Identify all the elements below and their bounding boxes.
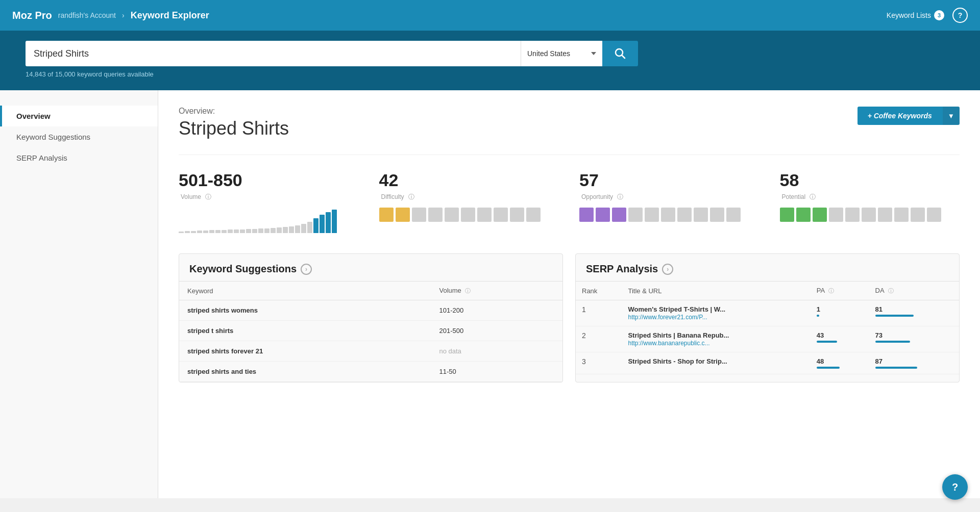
- kw-suggestions-title: Keyword Suggestions ›: [189, 263, 552, 275]
- kw-cell-volume: 11-50: [431, 362, 562, 382]
- seg-block-empty: [829, 208, 843, 222]
- kw-cell-volume: no data: [431, 341, 562, 362]
- search-section: United States United Kingdom Canada Aust…: [0, 31, 980, 90]
- serp-nav-icon[interactable]: ›: [662, 264, 673, 275]
- help-icon: ?: [958, 11, 963, 19]
- seg-block-empty: [628, 208, 643, 222]
- seg-block-filled: [579, 208, 594, 222]
- serp-cell-rank: 2: [576, 326, 622, 352]
- serp-col-da: DA ⓘ: [869, 281, 959, 300]
- opportunity-info-icon[interactable]: ⓘ: [617, 193, 623, 200]
- serp-cell-title-url: Striped Shirts | Banana Repub... http://…: [622, 326, 810, 352]
- queries-available-text: 14,843 of 15,000 keyword queries availab…: [26, 70, 954, 78]
- keyword-lists-badge: 3: [934, 10, 944, 20]
- serp-cell-pa: 43: [811, 326, 869, 352]
- serp-url-link[interactable]: http://www.forever21.com/P...: [628, 314, 707, 321]
- sidebar-overview-label: Overview: [16, 112, 51, 120]
- table-row[interactable]: striped shirts and ties 11-50: [179, 362, 562, 382]
- da-bar: [875, 315, 914, 317]
- search-input[interactable]: [26, 41, 521, 66]
- sidebar-item-overview[interactable]: Overview: [0, 106, 158, 126]
- keyword-lists-button[interactable]: Keyword Lists 3: [887, 10, 944, 20]
- seg-block-empty: [911, 208, 925, 222]
- help-fab[interactable]: ?: [942, 474, 968, 500]
- overview-actions: + Coffee Keywords ▼: [857, 107, 960, 125]
- sparkline-bar: [271, 228, 276, 233]
- seg-block-filled: [596, 208, 610, 222]
- keyword-suggestions-panel: Keyword Suggestions › Keyword Volume ⓘ: [179, 253, 563, 382]
- table-row[interactable]: 1 Women's Striped T-Shirts | W... http:/…: [576, 300, 959, 326]
- kw-suggestions-header: Keyword Suggestions ›: [179, 254, 562, 281]
- nav-account[interactable]: randfish's Account: [58, 11, 116, 19]
- opportunity-label: Opportunity ⓘ: [579, 192, 760, 201]
- nav-chevron-icon: ›: [122, 11, 125, 19]
- pa-bar: [817, 315, 819, 317]
- sidebar-item-serp-analysis[interactable]: SERP Analysis: [0, 147, 158, 168]
- table-row[interactable]: 3 Striped Shirts - Shop for Strip... 48 …: [576, 352, 959, 374]
- nav-page-title: Keyword Explorer: [131, 10, 209, 21]
- keyword-lists-label: Keyword Lists: [887, 11, 931, 19]
- kw-cell-keyword: striped shirts forever 21: [179, 341, 431, 362]
- volume-col-info-icon[interactable]: ⓘ: [465, 288, 471, 294]
- da-bar: [875, 367, 917, 369]
- sparkline-bar: [295, 225, 300, 233]
- seg-block-empty: [661, 208, 675, 222]
- country-select[interactable]: United States United Kingdom Canada Aust…: [521, 41, 602, 66]
- sparkline-bar: [326, 212, 331, 233]
- coffee-keywords-dropdown[interactable]: ▼: [942, 107, 960, 125]
- serp-cell-da: 81: [869, 300, 959, 326]
- sparkline-bar: [301, 224, 306, 233]
- overview-header: + Coffee Keywords ▼ Overview: Striped Sh…: [179, 107, 960, 155]
- seg-block-empty: [927, 208, 941, 222]
- sparkline-bar: [222, 230, 227, 233]
- table-row[interactable]: striped t shirts 201-500: [179, 321, 562, 341]
- search-icon: [615, 48, 626, 59]
- top-navigation: Moz Pro randfish's Account › Keyword Exp…: [0, 0, 980, 31]
- nav-left: Moz Pro randfish's Account › Keyword Exp…: [12, 10, 209, 21]
- bottom-panels: Keyword Suggestions › Keyword Volume ⓘ: [179, 253, 960, 382]
- kw-suggestions-nav-icon[interactable]: ›: [301, 264, 312, 275]
- pa-col-info-icon[interactable]: ⓘ: [828, 288, 834, 294]
- sparkline-bar: [215, 230, 220, 233]
- seg-block-filled: [813, 208, 827, 222]
- potential-value: 58: [780, 170, 960, 190]
- table-row[interactable]: striped shirts womens 101-200: [179, 300, 562, 321]
- seg-block-empty: [477, 208, 492, 222]
- opportunity-metric: 57 Opportunity ⓘ: [579, 170, 760, 233]
- sparkline-bar: [264, 228, 270, 233]
- difficulty-info-icon[interactable]: ⓘ: [408, 193, 414, 200]
- difficulty-label: Difficulty ⓘ: [379, 192, 559, 201]
- sparkline-bar: [252, 229, 257, 233]
- potential-bar: [780, 208, 960, 222]
- kw-col-volume: Volume ⓘ: [431, 281, 562, 300]
- da-col-info-icon[interactable]: ⓘ: [888, 288, 894, 294]
- keyword-suggestions-table: Keyword Volume ⓘ striped shirts womens 1…: [179, 281, 562, 382]
- difficulty-bar: [379, 208, 559, 222]
- pa-bar: [817, 367, 840, 369]
- sidebar-keyword-suggestions-label: Keyword Suggestions: [16, 133, 90, 141]
- sidebar: Overview Keyword Suggestions SERP Analys…: [0, 90, 158, 498]
- seg-block-empty: [526, 208, 541, 222]
- seg-block-filled: [379, 208, 394, 222]
- table-row[interactable]: 2 Striped Shirts | Banana Repub... http:…: [576, 326, 959, 352]
- serp-analysis-table: Rank Title & URL PA ⓘ DA ⓘ: [576, 281, 959, 374]
- search-button[interactable]: [602, 41, 638, 66]
- coffee-keywords-button[interactable]: + Coffee Keywords: [857, 107, 942, 125]
- seg-block-empty: [461, 208, 475, 222]
- sparkline-bar: [320, 215, 325, 233]
- volume-info-icon[interactable]: ⓘ: [205, 193, 211, 200]
- sparkline-bar: [191, 231, 196, 233]
- sidebar-item-keyword-suggestions[interactable]: Keyword Suggestions: [0, 126, 158, 147]
- pa-bar: [817, 341, 837, 343]
- serp-url-link[interactable]: http://www.bananarepublic.c...: [628, 340, 709, 347]
- kw-col-keyword: Keyword: [179, 281, 431, 300]
- help-button[interactable]: ?: [952, 8, 968, 23]
- potential-info-icon[interactable]: ⓘ: [810, 193, 816, 200]
- serp-header: SERP Analysis ›: [576, 254, 959, 281]
- volume-value: 501-850: [179, 170, 359, 190]
- volume-label: Volume ⓘ: [179, 192, 359, 201]
- seg-block-empty: [845, 208, 860, 222]
- table-row[interactable]: striped shirts forever 21 no data: [179, 341, 562, 362]
- potential-label: Potential ⓘ: [780, 192, 960, 201]
- kw-cell-volume: 201-500: [431, 321, 562, 341]
